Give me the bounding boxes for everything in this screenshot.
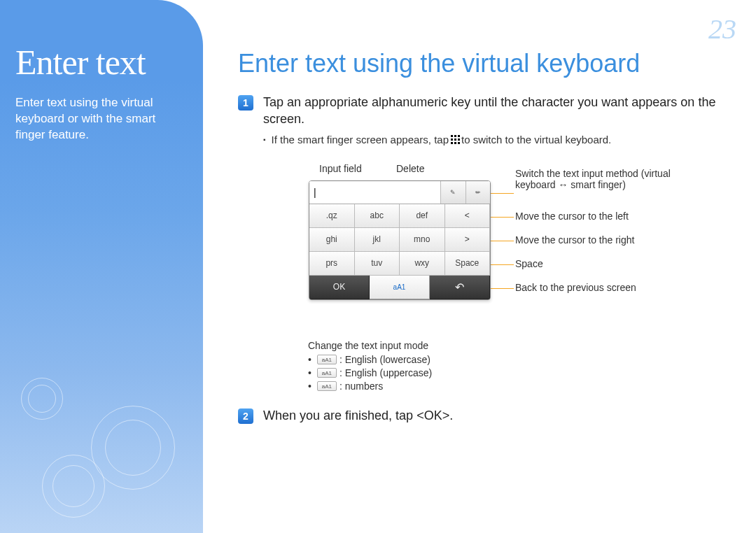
kb-key-wxy[interactable]: wxy [400,252,445,276]
kb-key-qz[interactable]: .qz [309,204,355,228]
decor-circle [105,420,161,476]
kb-key-jkl[interactable]: jkl [355,228,400,252]
page-number: 23 [708,13,736,45]
main-content: Enter text using the virtual keyboard 1 … [238,49,736,429]
step-1: 1 Tap an appropriate alphanumeric key un… [238,94,736,128]
sidebar-desc: Enter text using the virtual keyboard or… [15,95,183,143]
kb-key-back[interactable]: ↶ [430,276,490,299]
kb-key-ghi[interactable]: ghi [309,228,355,252]
label-back: Back to the previous screen [515,282,636,293]
virtual-keyboard: ✎ ✏ .qz abc def < ghi jkl mno > prs tuv [309,180,491,300]
step-number-badge: 1 [238,95,253,111]
kb-key-def[interactable]: def [400,204,445,228]
label-move-right: Move the cursor to the right [515,234,634,246]
kb-key-space[interactable]: Space [445,252,491,276]
step-text: Tap an appropriate alphanumeric key unti… [263,94,736,128]
sub-text-before: If the smart finger screen appears, tap [272,134,449,145]
kb-key-mno[interactable]: mno [400,228,445,252]
input-modes-list: Change the text input mode aA1 : English… [308,340,736,392]
kb-pen-key[interactable]: ✏ [465,181,491,204]
decor-circle [28,385,56,413]
main-title: Enter text using the virtual keyboard [238,49,736,78]
eraser-icon: ✎ [450,189,456,196]
step-number-badge: 2 [238,408,253,424]
kb-delete-key[interactable]: ✎ [440,181,465,204]
kb-key-right[interactable]: > [445,228,491,252]
label-delete: Delete [396,163,424,174]
sidebar-title: Enter text [15,42,183,83]
keyboard-diagram: Input field Delete Switch the text input… [263,159,711,334]
kb-key-tuv[interactable]: tuv [355,252,400,276]
mode-chip-icon: aA1 [317,368,337,378]
label-move-left: Move the cursor to the left [515,211,629,222]
step-text: When you are finished, tap <OK>. [263,407,453,424]
mode-item: aA1 : English (lowercase) [308,354,736,365]
kb-input-field[interactable] [309,181,440,204]
sidebar: Enter text Enter text using the virtual … [0,0,203,533]
kb-key-prs[interactable]: prs [309,252,355,276]
modes-title: Change the text input mode [308,340,736,351]
label-space: Space [515,258,543,269]
kb-key-left[interactable]: < [445,204,491,228]
mode-chip-icon: aA1 [317,355,337,364]
kb-key-abc[interactable]: abc [355,204,400,228]
label-switch-method: Switch the text input method (virtual ke… [515,168,697,190]
mode-label: : English (uppercase) [340,367,432,378]
sub-text-after: to switch to the virtual keyboard. [461,134,611,145]
kb-key-ok[interactable]: OK [309,276,370,299]
pencil-icon: ✏ [475,189,481,196]
mode-item: aA1 : English (uppercase) [308,367,736,378]
label-input-field: Input field [319,163,362,174]
keyboard-grid-icon [450,134,460,144]
kb-key-mode[interactable]: aA1 [370,276,430,299]
step-1-sub: If the smart finger screen appears, tap … [263,134,736,145]
decor-circle [52,465,94,507]
mode-chip-icon: aA1 [317,381,337,391]
mode-item: aA1 : numbers [308,381,736,392]
mode-label: : English (lowercase) [340,354,430,365]
mode-label: : numbers [340,381,383,392]
step-2: 2 When you are finished, tap <OK>. [238,407,736,424]
